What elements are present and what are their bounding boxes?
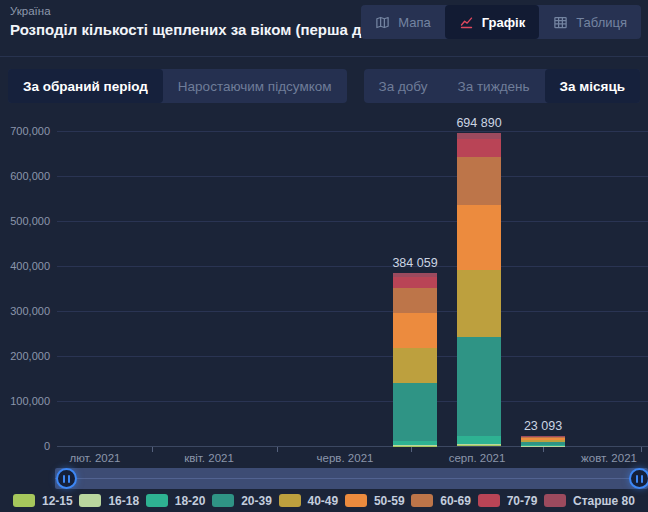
- table-icon: [553, 15, 568, 30]
- chart-legend: 12-1516-1818-2020-3940-4950-5960-6970-79…: [0, 489, 648, 512]
- gridline: [57, 266, 648, 267]
- x-axis-tick-label: серп. 2021: [449, 452, 506, 464]
- range-handle-right[interactable]: [629, 468, 648, 489]
- x-axis-tick-mark: [152, 447, 153, 452]
- toolbar: За обраний періодНаростаючим підсумком З…: [0, 69, 648, 103]
- gridline: [57, 401, 648, 402]
- y-axis-tick-label: 700,000: [0, 125, 50, 137]
- gridline: [57, 131, 648, 132]
- bar-segment-40-49[interactable]: [521, 440, 565, 442]
- time-range-slider: [0, 468, 648, 490]
- bar-segment-50-59[interactable]: [457, 205, 501, 270]
- bar-total-label: 694 890: [456, 116, 501, 130]
- bar-segment-20-39[interactable]: [393, 383, 437, 441]
- bar-segment-18-20[interactable]: [393, 441, 437, 445]
- bar-segment-старше-80[interactable]: [457, 133, 501, 138]
- region-label: Україна: [10, 5, 51, 17]
- bar-segment-16-18[interactable]: [457, 444, 501, 446]
- gridline: [57, 311, 648, 312]
- x-axis-tick-label: квіт. 2021: [184, 452, 234, 464]
- vaccination-dashboard: Україна Розподіл кількості щеплених за в…: [0, 0, 648, 512]
- view-button-label: Таблиця: [576, 15, 627, 30]
- header: Україна Розподіл кількості щеплених за в…: [0, 0, 648, 57]
- stacked-bar-chart: 0100,000200,000300,000400,000500,000600,…: [0, 110, 648, 462]
- bar-segment-40-49[interactable]: [457, 270, 501, 337]
- x-axis-tick-label: черв. 2021: [317, 452, 374, 464]
- legend-swatch: [79, 494, 101, 507]
- legend-item-70-79[interactable]: 70-79: [478, 494, 538, 508]
- bar-segment-18-20[interactable]: [457, 436, 501, 444]
- bar-segment-старше-80[interactable]: [393, 273, 437, 277]
- legend-item-50-59[interactable]: 50-59: [345, 494, 405, 508]
- y-axis-tick-label: 300,000: [0, 305, 50, 317]
- legend-label: Старше 80: [573, 494, 635, 508]
- legend-item-60-69[interactable]: 60-69: [411, 494, 471, 508]
- bar-segment-18-20[interactable]: [521, 445, 565, 446]
- bar-segment-70-79[interactable]: [393, 277, 437, 288]
- bar-total-label: 384 059: [392, 256, 437, 270]
- view-button-label: Графік: [482, 15, 526, 30]
- bar-segment-50-59[interactable]: [521, 438, 565, 440]
- legend-label: 50-59: [374, 494, 405, 508]
- view-button-label: Мапа: [398, 15, 430, 30]
- range-handle-left[interactable]: [56, 468, 77, 489]
- pause-icon: [63, 475, 65, 483]
- x-axis-tick-label: жовт. 2021: [581, 452, 637, 464]
- bar-segment-40-49[interactable]: [393, 348, 437, 383]
- legend-item-старше-80[interactable]: Старше 80: [544, 494, 635, 508]
- pause-icon: [641, 475, 643, 483]
- y-axis-tick-label: 400,000: [0, 260, 50, 272]
- legend-swatch: [146, 494, 168, 507]
- bar-segment-20-39[interactable]: [521, 442, 565, 445]
- granularity-1-button[interactable]: За тиждень: [443, 69, 545, 103]
- y-axis-tick-label: 100,000: [0, 395, 50, 407]
- view-map-button[interactable]: Мапа: [361, 5, 444, 39]
- bar-segment-16-18[interactable]: [393, 445, 437, 446]
- x-axis-tick-mark: [277, 447, 278, 452]
- view-chart-button[interactable]: Графік: [445, 5, 540, 39]
- legend-label: 12-15: [42, 494, 73, 508]
- bar-segment-старше-80[interactable]: [521, 436, 565, 437]
- period-mode-group: За обраний періодНаростаючим підсумком: [8, 69, 347, 103]
- bar-segment-70-79[interactable]: [457, 139, 501, 157]
- legend-label: 40-49: [308, 494, 339, 508]
- legend-item-20-39[interactable]: 20-39: [212, 494, 272, 508]
- legend-item-16-18[interactable]: 16-18: [79, 494, 139, 508]
- y-axis-tick-label: 200,000: [0, 350, 50, 362]
- x-axis-tick-mark: [641, 447, 642, 452]
- granularity-2-button[interactable]: За місяць: [545, 69, 640, 103]
- bar-segment-60-69[interactable]: [393, 288, 437, 313]
- x-axis-tick-mark: [411, 447, 412, 452]
- bar-total-label: 23 093: [524, 419, 562, 433]
- y-axis-tick-label: 500,000: [0, 215, 50, 227]
- bar-segment-12-15[interactable]: [457, 445, 501, 446]
- map-icon: [375, 15, 390, 30]
- legend-swatch: [279, 494, 301, 507]
- legend-label: 70-79: [507, 494, 538, 508]
- y-axis-tick-label: 0: [0, 440, 50, 452]
- period-mode-1-button[interactable]: Наростаючим підсумком: [163, 69, 347, 103]
- slider-track[interactable]: [55, 468, 648, 489]
- chart-icon: [459, 15, 474, 30]
- legend-item-40-49[interactable]: 40-49: [279, 494, 339, 508]
- gridline: [57, 221, 648, 222]
- view-table-button[interactable]: Таблиця: [539, 5, 641, 39]
- y-axis-tick-label: 600,000: [0, 170, 50, 182]
- legend-item-12-15[interactable]: 12-15: [13, 494, 73, 508]
- bar-segment-50-59[interactable]: [393, 313, 437, 348]
- gridline: [57, 356, 648, 357]
- granularity-0-button[interactable]: За добу: [364, 69, 443, 103]
- legend-label: 20-39: [241, 494, 272, 508]
- bar-segment-12-15[interactable]: [393, 446, 437, 447]
- view-switcher: МапаГрафікТаблиця: [361, 5, 641, 39]
- legend-item-18-20[interactable]: 18-20: [146, 494, 206, 508]
- bar-segment-20-39[interactable]: [457, 337, 501, 436]
- x-axis-tick-label: лют. 2021: [69, 452, 120, 464]
- bar-segment-60-69[interactable]: [457, 157, 501, 205]
- x-axis-tick-mark: [543, 447, 544, 452]
- page-title: Розподіл кількості щеплених за віком (пе…: [10, 21, 391, 38]
- legend-swatch: [478, 494, 500, 507]
- period-mode-0-button[interactable]: За обраний період: [8, 69, 163, 103]
- bar-segment-60-69[interactable]: [521, 436, 565, 437]
- legend-swatch: [411, 494, 433, 507]
